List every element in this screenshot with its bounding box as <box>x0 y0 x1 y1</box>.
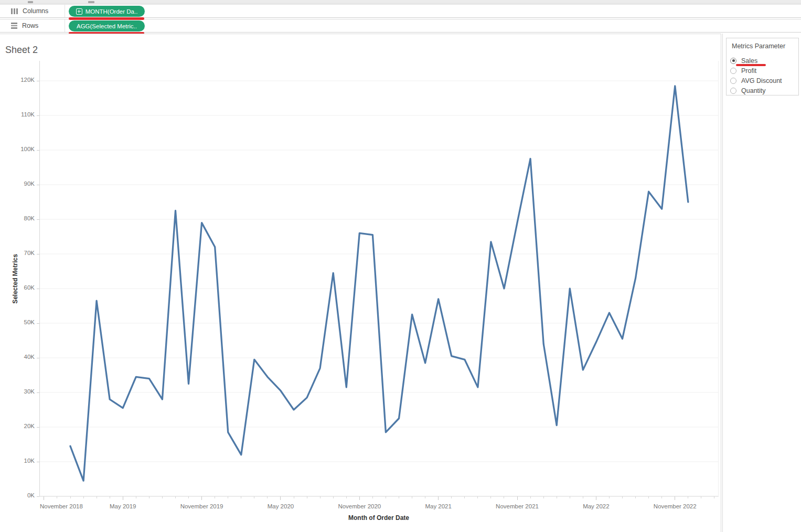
x-axis-tick <box>123 496 123 500</box>
radio-option-profit[interactable]: Profit <box>730 66 756 76</box>
sales-line-mark[interactable] <box>70 86 688 481</box>
x-tick-label: May 2019 <box>89 503 157 509</box>
y-tick-label: 30K <box>7 388 35 395</box>
rows-shelf[interactable]: Rows AGG(Selected Metric.. <box>0 19 801 33</box>
radio-option-label: Profit <box>741 67 756 75</box>
y-tick-label: 50K <box>7 319 35 325</box>
x-axis-tick <box>201 496 202 500</box>
radio-option-label: Quantity <box>741 87 766 94</box>
y-tick-label: 120K <box>7 77 35 83</box>
x-axis-tick <box>44 496 44 500</box>
columns-icon <box>11 8 18 14</box>
x-tick-label: November 2021 <box>483 503 551 509</box>
radio-unselected-icon[interactable] <box>730 88 736 94</box>
toolbar-remnant-strip <box>0 0 801 4</box>
parameter-sidebar: Metrics Parameter Sales Profit AVG Disco… <box>722 34 801 532</box>
x-tick-label: May 2022 <box>562 503 630 509</box>
y-tick-label: 20K <box>7 423 35 429</box>
y-tick-label: 60K <box>7 284 35 291</box>
radio-selected-icon[interactable] <box>730 58 736 64</box>
rows-pill[interactable]: AGG(Selected Metric.. <box>69 20 145 31</box>
x-axis-title: Month of Order Date <box>326 514 431 522</box>
radio-option-avg-discount[interactable]: AVG Discount <box>730 76 782 86</box>
x-axis-tick <box>596 496 596 500</box>
metrics-parameter-card: Metrics Parameter Sales Profit AVG Disco… <box>726 38 799 95</box>
y-tick-label: 70K <box>7 250 35 256</box>
rows-shelf-label: Rows <box>22 22 38 29</box>
y-tick-label: 80K <box>7 215 35 221</box>
columns-shelf-label: Columns <box>23 7 48 15</box>
columns-pill-label: MONTH(Order Da.. <box>86 8 138 15</box>
worksheet: Sheet 2 Selected Metrics Month of Order … <box>0 34 721 532</box>
y-tick-label: 90K <box>7 180 35 187</box>
x-axis-tick <box>517 496 518 500</box>
radio-unselected-icon[interactable] <box>730 68 736 74</box>
y-tick-label: 40K <box>7 354 35 360</box>
radio-option-quantity[interactable]: Quantity <box>730 86 766 95</box>
columns-shelf-label-cell: Columns <box>0 5 65 17</box>
sheet-title: Sheet 2 <box>5 45 38 56</box>
columns-pill[interactable]: MONTH(Order Da.. <box>69 6 145 17</box>
y-tick-label: 0K <box>7 492 35 498</box>
toolbar-remnant-mark <box>28 1 33 3</box>
columns-pill-underline-annotation <box>69 17 144 20</box>
y-tick-label: 100K <box>7 146 35 152</box>
expand-plus-icon[interactable] <box>76 8 82 15</box>
rows-shelf-label-cell: Rows <box>0 19 65 32</box>
radio-option-label: AVG Discount <box>741 77 782 84</box>
radio-unselected-icon[interactable] <box>730 78 736 84</box>
x-axis-tick <box>359 496 360 500</box>
columns-shelf[interactable]: Columns MONTH(Order Da.. <box>0 4 801 18</box>
x-tick-label: November 2022 <box>641 503 709 509</box>
x-tick-label: November 2020 <box>325 503 393 509</box>
x-tick-label: November 2019 <box>168 503 236 509</box>
y-tick-label: 110K <box>7 111 35 118</box>
x-tick-label: May 2021 <box>404 503 473 509</box>
rows-pill-label: AGG(Selected Metric.. <box>77 23 137 29</box>
y-tick-label: 10K <box>7 457 35 464</box>
plot-area <box>39 61 719 497</box>
x-axis-tick <box>438 496 439 500</box>
metrics-parameter-title: Metrics Parameter <box>732 42 785 50</box>
rows-icon <box>11 23 17 29</box>
x-tick-label: May 2020 <box>247 503 315 509</box>
x-axis-tick <box>675 496 675 500</box>
toolbar-remnant-mark <box>88 1 94 3</box>
radio-option-label: Sales <box>741 57 757 65</box>
x-axis-tick <box>280 496 281 500</box>
